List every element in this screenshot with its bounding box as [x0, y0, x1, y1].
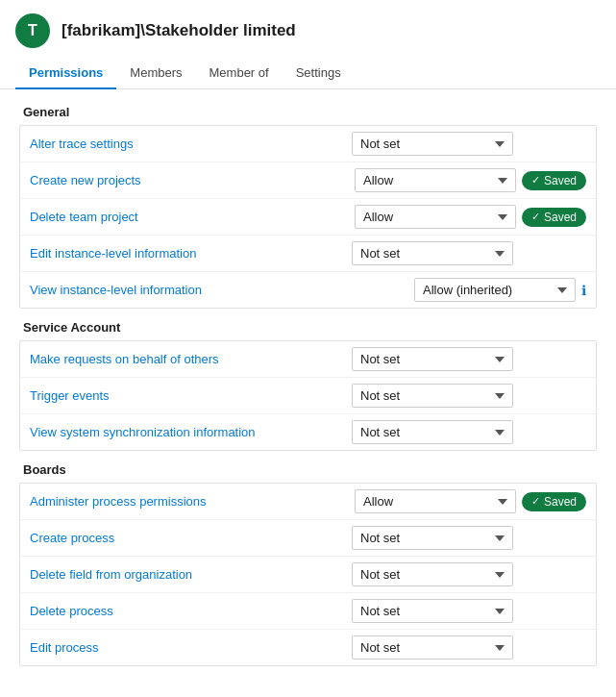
tab-settings[interactable]: Settings: [283, 58, 355, 89]
section-general: GeneralAlter trace settingsNot setAllowA…: [19, 105, 597, 309]
avatar: T: [15, 13, 50, 48]
perm-select-wrap: Not setAllowAllow (inherited)Deny: [352, 599, 586, 623]
perm-select[interactable]: Not setAllowAllow (inherited)Deny: [352, 635, 513, 660]
section-title: Service Account: [19, 320, 597, 335]
perm-select[interactable]: Not setAllowAllow (inherited)Deny: [352, 599, 513, 623]
perm-label: Delete field from organization: [30, 567, 352, 582]
perm-label: Edit process: [30, 640, 352, 655]
perm-select[interactable]: Not setAllowAllow (inherited)Deny: [352, 420, 513, 444]
perm-row: Delete team projectNot setAllowAllow (in…: [20, 199, 596, 236]
perm-select[interactable]: Not setAllowAllow (inherited)Deny: [355, 168, 516, 192]
perm-select[interactable]: Not setAllowAllow (inherited)Deny: [352, 347, 513, 371]
perm-select-wrap: Not setAllowAllow (inherited)Deny✓Saved: [355, 489, 586, 513]
check-icon: ✓: [531, 174, 540, 187]
perm-select-wrap: Not setAllowAllow (inherited)Deny: [352, 132, 586, 156]
tab-members[interactable]: Members: [116, 58, 195, 89]
perm-row: Make requests on behalf of othersNot set…: [20, 341, 596, 378]
perm-row: Trigger eventsNot setAllowAllow (inherit…: [20, 378, 596, 414]
perm-select-wrap: Not setAllowAllow (inherited)Deny: [352, 562, 586, 586]
perm-row: Create processNot setAllowAllow (inherit…: [20, 520, 596, 557]
perm-select-wrap: Not setAllowAllow (inherited)Deny: [352, 526, 586, 550]
perm-select-wrap: Not setAllowAllow (inherited)Denyℹ: [414, 278, 586, 302]
perm-row: Edit processNot setAllowAllow (inherited…: [20, 630, 596, 665]
perm-label: Administer process permissions: [30, 494, 355, 509]
perm-row: Delete field from organizationNot setAll…: [20, 557, 596, 593]
check-icon: ✓: [531, 211, 540, 223]
saved-label: Saved: [544, 495, 577, 509]
perm-select[interactable]: Not setAllowAllow (inherited)Deny: [414, 278, 576, 302]
perm-select[interactable]: Not setAllowAllow (inherited)Deny: [355, 205, 516, 229]
saved-badge: ✓Saved: [522, 208, 586, 227]
perm-label: Create new projects: [30, 173, 355, 187]
perm-select-wrap: Not setAllowAllow (inherited)Deny: [352, 347, 586, 371]
section-rows: Alter trace settingsNot setAllowAllow (i…: [19, 125, 597, 309]
content-area: GeneralAlter trace settingsNot setAllowA…: [0, 89, 616, 693]
nav-tabs: PermissionsMembersMember ofSettings: [0, 58, 616, 89]
section-rows: Make requests on behalf of othersNot set…: [19, 340, 597, 451]
perm-select[interactable]: Not setAllowAllow (inherited)Deny: [355, 489, 516, 513]
saved-badge: ✓Saved: [522, 492, 586, 511]
saved-label: Saved: [544, 174, 577, 187]
perm-select[interactable]: Not setAllowAllow (inherited)Deny: [352, 384, 513, 408]
perm-select-wrap: Not setAllowAllow (inherited)Deny✓Saved: [355, 205, 586, 229]
saved-badge: ✓Saved: [522, 171, 586, 190]
perm-select-wrap: Not setAllowAllow (inherited)Deny: [352, 420, 586, 444]
perm-label: Make requests on behalf of others: [30, 352, 352, 366]
page-header: T [fabrikam]\Stakeholder limited: [0, 0, 616, 58]
perm-select[interactable]: Not setAllowAllow (inherited)Deny: [352, 562, 513, 586]
perm-label: Trigger events: [30, 388, 352, 403]
section-rows: Administer process permissionsNot setAll…: [19, 483, 597, 666]
perm-label: Create process: [30, 531, 352, 545]
tab-member-of[interactable]: Member of: [196, 58, 283, 89]
perm-select-wrap: Not setAllowAllow (inherited)Deny: [352, 635, 586, 660]
perm-row: View system synchronization informationN…: [20, 414, 596, 450]
perm-select[interactable]: Not setAllowAllow (inherited)Deny: [352, 132, 513, 156]
section-service-account: Service AccountMake requests on behalf o…: [19, 320, 597, 451]
info-icon[interactable]: ℹ: [581, 283, 586, 298]
perm-select-wrap: Not setAllowAllow (inherited)Deny: [352, 384, 586, 408]
section-boards: BoardsAdminister process permissionsNot …: [19, 462, 597, 666]
tab-permissions[interactable]: Permissions: [15, 58, 116, 89]
section-title: General: [19, 105, 597, 119]
perm-row: View instance-level informationNot setAl…: [20, 272, 596, 308]
perm-row: Create new projectsNot setAllowAllow (in…: [20, 162, 596, 199]
perm-label: Alter trace settings: [30, 137, 352, 151]
page-title: [fabrikam]\Stakeholder limited: [62, 21, 296, 40]
perm-label: Delete team project: [30, 210, 355, 224]
check-icon: ✓: [531, 495, 540, 508]
perm-select-wrap: Not setAllowAllow (inherited)Deny: [352, 241, 586, 265]
perm-row: Delete processNot setAllowAllow (inherit…: [20, 593, 596, 630]
section-title: Boards: [19, 462, 597, 477]
perm-label: Edit instance-level information: [30, 246, 352, 261]
perm-select[interactable]: Not setAllowAllow (inherited)Deny: [352, 526, 513, 550]
perm-row: Alter trace settingsNot setAllowAllow (i…: [20, 126, 596, 162]
perm-row: Edit instance-level informationNot setAl…: [20, 236, 596, 272]
perm-label: View instance-level information: [30, 283, 414, 297]
perm-label: View system synchronization information: [30, 425, 352, 439]
perm-row: Administer process permissionsNot setAll…: [20, 484, 596, 520]
perm-label: Delete process: [30, 604, 352, 618]
perm-select-wrap: Not setAllowAllow (inherited)Deny✓Saved: [355, 168, 586, 192]
saved-label: Saved: [544, 211, 577, 224]
perm-select[interactable]: Not setAllowAllow (inherited)Deny: [352, 241, 513, 265]
